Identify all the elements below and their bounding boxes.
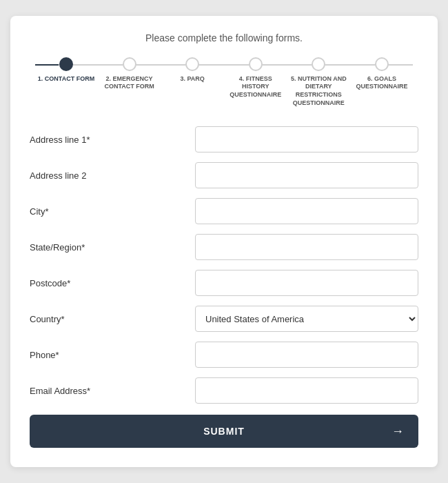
email-row: Email Address* — [30, 377, 418, 404]
postcode-row: Postcode* — [30, 270, 418, 296]
postcode-input[interactable] — [195, 270, 418, 296]
country-select[interactable]: United States of America United Kingdom … — [195, 306, 418, 332]
country-row: Country* United States of America United… — [30, 306, 418, 332]
address-line-1-label: Address line 1* — [30, 135, 195, 145]
step-3-circle — [185, 57, 199, 71]
phone-input[interactable] — [195, 342, 418, 368]
steps-container: 1. CONTACT FORM 2. EMERGENCY CONTACT FOR… — [35, 57, 413, 108]
step-6-circle — [375, 57, 389, 71]
step-5-circle — [312, 57, 325, 71]
state-label: State/Region* — [30, 242, 195, 253]
address-line-1-row: Address line 1* — [30, 126, 418, 152]
step-1-label: 1. CONTACT FORM — [38, 75, 94, 83]
email-label: Email Address* — [30, 386, 195, 396]
step-6-label: 6. GOALS QUESTIONNAIRE — [351, 75, 413, 91]
step-1: 1. CONTACT FORM — [35, 57, 97, 108]
city-row: City* — [30, 198, 418, 224]
page-subtitle: Please complete the following forms. — [30, 32, 418, 43]
step-4: 4. FITNESS HISTORY QUESTIONNAIRE — [225, 57, 287, 108]
step-2: 2. EMERGENCY CONTACT FORM — [99, 57, 161, 108]
step-5-label: 5. NUTRITION AND DIETARY RESTRICTIONS QU… — [287, 75, 349, 108]
address-line-1-input[interactable] — [195, 126, 418, 152]
step-6: 6. GOALS QUESTIONNAIRE — [351, 57, 413, 108]
phone-label: Phone* — [30, 350, 195, 360]
email-input[interactable] — [195, 377, 418, 404]
submit-button[interactable]: SUBMIT → — [30, 415, 418, 448]
state-row: State/Region* — [30, 234, 418, 260]
step-4-circle — [249, 57, 263, 71]
step-4-label: 4. FITNESS HISTORY QUESTIONNAIRE — [225, 75, 287, 99]
address-line-2-input[interactable] — [195, 162, 418, 188]
address-line-2-label: Address line 2 — [30, 170, 195, 181]
step-3-label: 3. PARQ — [181, 75, 205, 83]
progress-bar: 1. CONTACT FORM 2. EMERGENCY CONTACT FOR… — [30, 57, 418, 108]
state-input[interactable] — [195, 234, 418, 260]
postcode-label: Postcode* — [30, 278, 195, 288]
step-2-label: 2. EMERGENCY CONTACT FORM — [99, 75, 161, 91]
submit-arrow-icon: → — [391, 424, 405, 439]
step-2-circle — [123, 57, 136, 71]
city-input[interactable] — [195, 198, 418, 224]
step-1-circle — [59, 57, 73, 71]
phone-row: Phone* — [30, 342, 418, 368]
form-card: Please complete the following forms. 1. … — [10, 16, 438, 468]
city-label: City* — [30, 206, 195, 217]
step-5: 5. NUTRITION AND DIETARY RESTRICTIONS QU… — [287, 57, 349, 108]
address-line-2-row: Address line 2 — [30, 162, 418, 188]
submit-label: SUBMIT — [203, 426, 245, 437]
step-3: 3. PARQ — [161, 57, 223, 108]
country-label: Country* — [30, 314, 195, 324]
